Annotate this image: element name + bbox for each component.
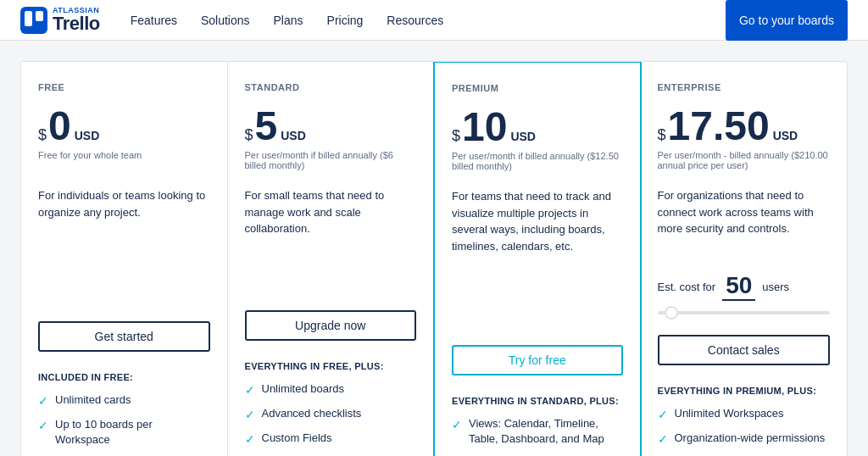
feature-text-free-0: Unlimited cards <box>55 392 131 408</box>
feature-item-free-1: ✓ Up to 10 boards per Workspace <box>38 417 210 448</box>
svg-rect-1 <box>25 11 32 26</box>
nav-features[interactable]: Features <box>120 0 187 41</box>
plan-name-free: FREE <box>38 82 210 92</box>
nav-pricing[interactable]: Pricing <box>317 0 374 41</box>
feature-item-premium-0: ✓ Views: Calendar, Timeline, Table, Dash… <box>452 416 623 447</box>
plan-price-amount-premium: 10 <box>462 107 507 147</box>
plan-col-premium: PREMIUM $ 10 USD Per user/month if bille… <box>433 61 642 456</box>
plan-desc-free: For individuals or teams looking to orga… <box>38 187 210 304</box>
plan-name-standard: STANDARD <box>245 82 417 92</box>
plan-price-dollar-standard: $ <box>245 126 253 144</box>
plan-price-row-standard: $ 5 USD <box>245 106 417 147</box>
feature-text-standard-1: Advanced checklists <box>262 406 362 421</box>
logo-link[interactable]: ATLASSIAN Trello <box>20 7 100 34</box>
plan-price-amount-free: 0 <box>48 106 71 147</box>
feature-item-free-0: ✓ Unlimited cards <box>38 392 210 410</box>
plan-price-usd-premium: USD <box>510 130 536 143</box>
est-cost-label: Est. cost for <box>658 281 716 293</box>
features-label-standard: EVERYTHING IN FREE, PLUS: <box>245 361 417 371</box>
feature-item-enterprise-1: ✓ Organization-wide permissions <box>658 431 831 448</box>
feature-text-enterprise-1: Organization-wide permissions <box>675 431 826 446</box>
check-icon-standard-2: ✓ <box>245 431 255 448</box>
est-cost-num: 50 <box>722 272 755 301</box>
go-to-boards-button[interactable]: Go to your boards <box>726 0 848 41</box>
cost-slider-track[interactable] <box>658 311 831 314</box>
plan-desc-standard: For small teams that need to manage work… <box>245 187 417 293</box>
plan-price-row-free: $ 0 USD <box>38 106 210 147</box>
check-icon-free-1: ✓ <box>38 418 48 435</box>
plan-btn-enterprise[interactable]: Contact sales <box>658 335 831 365</box>
trello-logo-icon <box>20 7 47 34</box>
plan-price-dollar-free: $ <box>38 126 47 144</box>
plan-price-note-free: Free for your whole team <box>38 150 210 174</box>
nav-links: Features Solutions Plans Pricing Resourc… <box>120 0 726 41</box>
cost-slider-thumb[interactable] <box>665 306 678 320</box>
feature-text-standard-2: Custom Fields <box>262 431 332 446</box>
feature-item-standard-0: ✓ Unlimited boards <box>245 381 417 399</box>
plan-price-note-enterprise: Per user/month - billed annually ($210.0… <box>658 150 831 174</box>
plan-btn-free[interactable]: Get started <box>38 321 210 352</box>
plan-col-standard: STANDARD $ 5 USD Per user/month if bille… <box>228 62 435 456</box>
plan-name-premium: PREMIUM <box>452 83 623 93</box>
est-cost-users: users <box>762 281 789 293</box>
plan-price-amount-enterprise: 17.50 <box>668 106 770 147</box>
plan-desc-premium: For teams that need to track and visuali… <box>452 188 623 328</box>
plan-price-usd-standard: USD <box>281 129 306 142</box>
check-icon-enterprise-1: ✓ <box>658 431 668 448</box>
nav-solutions[interactable]: Solutions <box>191 0 260 41</box>
feature-item-standard-1: ✓ Advanced checklists <box>245 406 417 424</box>
plan-price-amount-standard: 5 <box>255 106 278 147</box>
plan-price-usd-free: USD <box>75 129 100 142</box>
features-label-enterprise: EVERYTHING IN PREMIUM, PLUS: <box>658 386 831 396</box>
navbar: ATLASSIAN Trello Features Solutions Plan… <box>0 0 868 41</box>
features-label-premium: EVERYTHING IN STANDARD, PLUS: <box>452 396 623 406</box>
nav-plans[interactable]: Plans <box>264 0 314 41</box>
plans-grid: FREE $ 0 USD Free for your whole team Fo… <box>20 61 848 456</box>
plan-price-dollar-enterprise: $ <box>658 126 666 144</box>
feature-item-enterprise-0: ✓ Unlimited Workspaces <box>658 406 831 424</box>
plan-col-free: FREE $ 0 USD Free for your whole team Fo… <box>21 62 228 456</box>
pricing-page: FREE $ 0 USD Free for your whole team Fo… <box>0 41 868 456</box>
check-icon-premium-0: ✓ <box>452 417 462 434</box>
check-icon-standard-0: ✓ <box>245 382 255 399</box>
feature-text-standard-0: Unlimited boards <box>262 381 345 397</box>
check-icon-enterprise-0: ✓ <box>658 407 668 424</box>
plan-btn-premium[interactable]: Try for free <box>452 345 623 375</box>
plan-name-enterprise: ENTERPRISE <box>658 82 831 92</box>
plan-price-note-standard: Per user/month if billed annually ($6 bi… <box>245 150 417 174</box>
features-label-free: INCLUDED IN FREE: <box>38 372 210 382</box>
est-cost-row: Est. cost for 50 users <box>658 272 831 301</box>
nav-resources[interactable]: Resources <box>376 0 453 41</box>
plan-price-row-premium: $ 10 USD <box>452 107 623 147</box>
svg-rect-2 <box>36 11 43 21</box>
feature-text-premium-0: Views: Calendar, Timeline, Table, Dashbo… <box>469 416 623 447</box>
plan-btn-standard[interactable]: Upgrade now <box>245 310 417 341</box>
svg-rect-0 <box>20 7 47 34</box>
trello-label: Trello <box>53 14 100 33</box>
check-icon-standard-1: ✓ <box>245 407 255 424</box>
plan-price-row-enterprise: $ 17.50 USD <box>658 106 831 147</box>
plan-price-dollar-premium: $ <box>452 127 460 145</box>
plan-price-note-premium: Per user/month if billed annually ($12.5… <box>452 151 623 175</box>
feature-item-standard-2: ✓ Custom Fields <box>245 431 417 448</box>
feature-text-enterprise-0: Unlimited Workspaces <box>675 406 784 421</box>
feature-text-free-1: Up to 10 boards per Workspace <box>55 417 210 448</box>
plan-col-enterprise: ENTERPRISE $ 17.50 USD Per user/month - … <box>641 62 848 456</box>
check-icon-free-0: ✓ <box>38 393 48 410</box>
plan-price-usd-enterprise: USD <box>773 129 798 142</box>
plan-desc-enterprise: For organizations that need to connect w… <box>658 187 831 255</box>
